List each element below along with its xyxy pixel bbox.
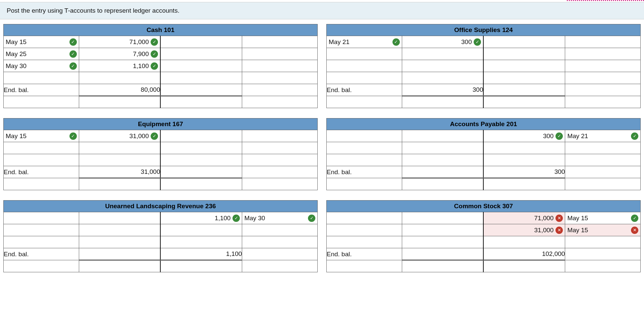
instruction-text: Post the entry using T-accounts to repre…	[7, 7, 179, 14]
debit-amount-cell[interactable]	[402, 154, 483, 166]
debit-date-cell[interactable]	[327, 212, 402, 224]
credit-date-cell[interactable]	[565, 36, 641, 48]
credit-date-cell[interactable]: May 15✕	[565, 224, 641, 236]
entry-row: 300✓May 21✓	[327, 130, 641, 142]
credit-date-cell[interactable]	[242, 142, 318, 154]
credit-amount-cell[interactable]	[483, 236, 565, 248]
credit-date-cell[interactable]	[565, 154, 641, 166]
debit-date-cell[interactable]	[327, 236, 402, 248]
credit-date-cell[interactable]	[242, 236, 318, 248]
debit-date-cell[interactable]	[327, 154, 402, 166]
debit-amount-cell[interactable]	[79, 212, 160, 224]
check-icon: ✓	[308, 215, 315, 222]
end-bal-empty	[242, 84, 318, 96]
debit-date-cell[interactable]	[327, 130, 402, 142]
credit-date-cell[interactable]	[242, 48, 318, 60]
check-icon: ✓	[151, 38, 158, 46]
debit-amount-cell[interactable]: 71,000✓	[79, 36, 160, 48]
credit-amount-cell[interactable]	[160, 60, 242, 72]
debit-date-cell[interactable]	[327, 142, 402, 154]
debit-amount-cell[interactable]: 1,100✓	[79, 60, 160, 72]
debit-amount-cell[interactable]	[402, 60, 483, 72]
debit-amount-cell[interactable]	[79, 72, 160, 84]
debit-amount-cell[interactable]	[79, 154, 160, 166]
entry-row	[327, 60, 641, 72]
debit-date-cell[interactable]	[4, 142, 79, 154]
debit-amount-cell[interactable]	[402, 212, 483, 224]
credit-amount-cell[interactable]	[160, 154, 242, 166]
credit-amount-cell[interactable]	[160, 130, 242, 142]
credit-date-cell[interactable]	[565, 72, 641, 84]
credit-date-cell[interactable]	[242, 154, 318, 166]
debit-date-cell[interactable]: May 30✓	[4, 60, 79, 72]
end-bal-credit	[160, 166, 242, 178]
debit-date-cell[interactable]	[4, 72, 79, 84]
credit-date-cell[interactable]: May 30✓	[242, 212, 318, 224]
debit-amount-cell[interactable]: 300✓	[402, 36, 483, 48]
credit-amount-cell[interactable]	[160, 48, 242, 60]
debit-amount-cell[interactable]	[79, 236, 160, 248]
debit-date-cell[interactable]	[4, 224, 79, 236]
credit-date-cell[interactable]	[242, 224, 318, 236]
debit-amount-cell[interactable]	[79, 224, 160, 236]
credit-amount-cell[interactable]: 71,000✕	[483, 212, 565, 224]
credit-date-cell[interactable]	[242, 60, 318, 72]
debit-amount-cell[interactable]: 31,000✓	[79, 130, 160, 142]
debit-amount-cell[interactable]: 7,900✓	[79, 48, 160, 60]
debit-date-cell[interactable]: May 25✓	[4, 48, 79, 60]
debit-amount-cell[interactable]	[79, 142, 160, 154]
credit-amount-cell[interactable]: 300✓	[483, 130, 565, 142]
blank-row	[327, 96, 641, 108]
credit-amount-cell[interactable]	[160, 72, 242, 84]
credit-amount-cell[interactable]	[483, 72, 565, 84]
credit-amount-cell[interactable]: 1,100✓	[160, 212, 242, 224]
credit-amount-cell[interactable]	[483, 60, 565, 72]
credit-date-cell[interactable]: May 15✓	[565, 212, 641, 224]
credit-date-cell[interactable]	[242, 36, 318, 48]
debit-amount-cell[interactable]	[402, 236, 483, 248]
credit-amount-cell[interactable]	[160, 236, 242, 248]
debit-date-cell[interactable]	[4, 236, 79, 248]
entry-row: May 30✓1,100✓	[4, 60, 318, 72]
credit-date-cell[interactable]	[565, 236, 641, 248]
debit-date-cell[interactable]	[327, 72, 402, 84]
end-bal-debit: 300	[402, 84, 483, 96]
debit-date-cell[interactable]: May 21✓	[327, 36, 402, 48]
debit-amount-cell[interactable]	[402, 48, 483, 60]
blank-row	[327, 260, 641, 272]
credit-date-cell[interactable]: May 21✓	[565, 130, 641, 142]
end-bal-label: End. bal.	[327, 84, 402, 96]
credit-amount-cell[interactable]	[483, 48, 565, 60]
debit-amount-cell[interactable]	[402, 72, 483, 84]
credit-amount-cell[interactable]	[483, 142, 565, 154]
credit-date-cell[interactable]	[565, 142, 641, 154]
credit-date-cell[interactable]	[242, 72, 318, 84]
debit-date-cell[interactable]	[4, 212, 79, 224]
credit-amount-cell[interactable]	[160, 36, 242, 48]
credit-date-cell[interactable]	[565, 60, 641, 72]
credit-date-cell[interactable]	[242, 130, 318, 142]
credit-amount-cell[interactable]	[160, 142, 242, 154]
check-icon: ✓	[474, 38, 481, 46]
check-icon: ✓	[151, 50, 158, 58]
debit-date-cell[interactable]: May 15✓	[4, 36, 79, 48]
debit-date-cell[interactable]	[327, 60, 402, 72]
credit-date-cell[interactable]	[565, 48, 641, 60]
debit-amount-cell[interactable]	[402, 142, 483, 154]
credit-amount-cell[interactable]	[483, 36, 565, 48]
credit-amount-cell[interactable]: 31,000✕	[483, 224, 565, 236]
entry-row	[4, 142, 318, 154]
debit-amount-cell[interactable]	[402, 224, 483, 236]
check-icon: ✓	[151, 132, 158, 140]
debit-date-cell[interactable]	[327, 224, 402, 236]
credit-amount-cell[interactable]	[160, 224, 242, 236]
debit-amount-cell[interactable]	[402, 130, 483, 142]
debit-date-cell[interactable]	[327, 48, 402, 60]
debit-date-cell[interactable]	[4, 154, 79, 166]
end-bal-label: End. bal.	[4, 248, 79, 260]
credit-amount-cell[interactable]	[483, 154, 565, 166]
account-title: Common Stock 307	[327, 201, 641, 212]
x-icon: ✕	[555, 227, 563, 234]
entry-row	[4, 224, 318, 236]
debit-date-cell[interactable]: May 15✓	[4, 130, 79, 142]
